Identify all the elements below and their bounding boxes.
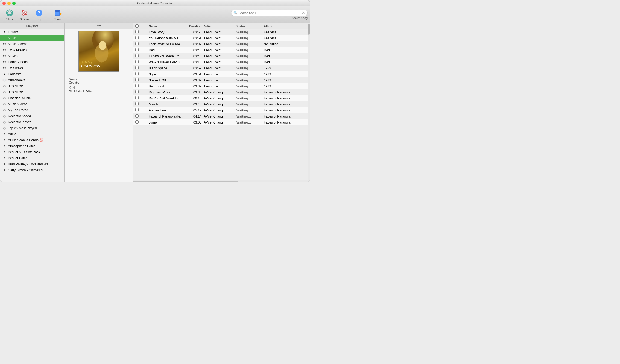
table-row[interactable]: Right as Wrong 03:33 A-Mei Chang Waiting… — [133, 89, 308, 95]
sidebar-item-6[interactable]: ⚙TV Shows — [0, 65, 64, 71]
row-checkbox-10[interactable] — [135, 90, 139, 93]
sidebar-item-label-2: Music Videos — [8, 42, 27, 46]
table-row[interactable]: Shake It Off 03:39 Taylor Swift Waiting.… — [133, 77, 308, 83]
row-check-13[interactable] — [133, 108, 141, 112]
sidebar-item-8[interactable]: 📖Audiobooks — [0, 77, 64, 83]
refresh-button[interactable]: Refresh — [2, 7, 16, 22]
horizontal-scrollbar[interactable] — [133, 180, 308, 182]
sidebar-item-18[interactable]: ≡Al Cien con la Banda 💯 — [0, 137, 64, 143]
table-row[interactable]: You Belong With Me 03:51 Taylor Swift Wa… — [133, 35, 308, 41]
minimize-button[interactable] — [7, 2, 11, 5]
row-duration-11: 06:15 — [185, 96, 204, 100]
row-checkbox-4[interactable] — [135, 54, 139, 57]
row-check-4[interactable] — [133, 54, 141, 58]
row-checkbox-1[interactable] — [135, 36, 139, 39]
row-check-3[interactable] — [133, 48, 141, 52]
row-check-1[interactable] — [133, 36, 141, 40]
row-checkbox-8[interactable] — [135, 78, 139, 81]
close-button[interactable] — [2, 2, 6, 5]
sidebar-item-19[interactable]: ≡Atmospheric Glitch — [0, 143, 64, 149]
help-icon: ? — [35, 8, 43, 17]
row-status-13: Waiting... — [236, 108, 264, 112]
sidebar-item-icon-4: ⚙ — [2, 54, 6, 58]
row-checkbox-5[interactable] — [135, 60, 139, 63]
convert-label: Convert — [54, 18, 63, 21]
genre-label: Genre — [69, 78, 128, 81]
row-check-9[interactable] — [133, 84, 141, 88]
row-checkbox-13[interactable] — [135, 108, 139, 111]
header-album: Album — [264, 25, 308, 28]
table-row[interactable]: Jump In 03:03 A-Mei Chang Waiting... Fac… — [133, 119, 308, 125]
sidebar-item-7[interactable]: 🎙Podcasts — [0, 71, 64, 77]
sidebar-item-icon-6: ⚙ — [2, 66, 6, 70]
help-button[interactable]: ? Help — [32, 7, 46, 22]
sidebar-item-22[interactable]: ≡Brad Paisley - Love and Wa — [0, 161, 64, 167]
row-check-11[interactable] — [133, 96, 141, 100]
row-duration-8: 03:39 — [185, 78, 204, 82]
sidebar-item-label-5: Home Videos — [8, 60, 28, 64]
row-check-6[interactable] — [133, 66, 141, 70]
table-row[interactable]: Faces of Paranoia (feat. Soft Lipa) 04:1… — [133, 113, 308, 119]
sidebar-item-icon-8: 📖 — [2, 78, 6, 82]
table-row[interactable]: Red 03:43 Taylor Swift Waiting... Red — [133, 47, 308, 53]
row-album-3: Red — [264, 48, 308, 52]
row-checkbox-3[interactable] — [135, 48, 139, 51]
row-checkbox-9[interactable] — [135, 84, 139, 87]
row-checkbox-12[interactable] — [135, 102, 139, 105]
sidebar-item-5[interactable]: ⚙Home Videos — [0, 59, 64, 65]
sidebar-item-14[interactable]: ⚙Recently Added — [0, 113, 64, 119]
sidebar-item-13[interactable]: ⚙My Top Rated — [0, 107, 64, 113]
table-row[interactable]: Look What You Made Me Do 03:32 Taylor Sw… — [133, 41, 308, 47]
table-row[interactable]: I Knew You Were Trouble 03:40 Taylor Swi… — [133, 53, 308, 59]
header-status: Status — [236, 25, 264, 28]
row-checkbox-14[interactable] — [135, 114, 139, 118]
sidebar-item-11[interactable]: ⚙Classical Music — [0, 95, 64, 101]
sidebar-item-4[interactable]: ⚙Movies — [0, 53, 64, 59]
select-all-checkbox[interactable] — [135, 24, 139, 28]
sidebar-item-2[interactable]: ⚙Music Videos — [0, 41, 64, 47]
table-row[interactable]: March 03:48 A-Mei Chang Waiting... Faces… — [133, 101, 308, 107]
row-check-8[interactable] — [133, 78, 141, 82]
sidebar-item-10[interactable]: ⚙90's Music — [0, 89, 64, 95]
sidebar-item-3[interactable]: ⚙TV & Movies — [0, 47, 64, 53]
row-checkbox-15[interactable] — [135, 120, 139, 124]
row-check-5[interactable] — [133, 60, 141, 64]
row-check-2[interactable] — [133, 42, 141, 46]
row-check-10[interactable] — [133, 90, 141, 94]
row-checkbox-11[interactable] — [135, 96, 139, 99]
table-row[interactable]: Do You Still Want to Love Me 06:15 A-Mei… — [133, 95, 308, 101]
table-row[interactable]: Autosadism 05:12 A-Mei Chang Waiting... … — [133, 107, 308, 113]
sidebar-item-17[interactable]: ≡Adele — [0, 131, 64, 137]
row-checkbox-2[interactable] — [135, 42, 139, 45]
search-input[interactable] — [239, 11, 302, 14]
table-row[interactable]: We Are Never Ever Getting Back Tog... 03… — [133, 59, 308, 65]
sidebar-item-21[interactable]: ≡Best of Glitch — [0, 155, 64, 161]
sidebar-item-0[interactable]: ♪Library — [0, 29, 64, 35]
maximize-button[interactable] — [12, 2, 16, 5]
row-check-7[interactable] — [133, 72, 141, 76]
sidebar-item-16[interactable]: ⚙Top 25 Most Played — [0, 125, 64, 131]
convert-button[interactable]: Convert — [51, 7, 65, 22]
row-checkbox-7[interactable] — [135, 72, 139, 75]
search-clear-button[interactable]: ✕ — [302, 11, 305, 15]
sidebar-item-15[interactable]: ⚙Recently Played — [0, 119, 64, 125]
sidebar-item-20[interactable]: ≡Best of '70s Soft Rock — [0, 149, 64, 155]
row-check-0[interactable] — [133, 30, 141, 34]
row-check-12[interactable] — [133, 102, 141, 106]
sidebar-item-1[interactable]: ♫Music — [0, 35, 64, 41]
table-row[interactable]: Style 03:51 Taylor Swift Waiting... 1989 — [133, 71, 308, 77]
row-check-14[interactable] — [133, 114, 141, 118]
sidebar-item-12[interactable]: ⚙Music Videos — [0, 101, 64, 107]
row-status-0: Waiting... — [236, 30, 264, 34]
row-checkbox-0[interactable] — [135, 30, 139, 33]
sidebar-item-9[interactable]: ⚙90's Music — [0, 83, 64, 89]
row-check-15[interactable] — [133, 120, 141, 124]
row-checkbox-6[interactable] — [135, 66, 139, 69]
vertical-scrollbar[interactable] — [308, 23, 310, 182]
row-name-11: Do You Still Want to Love Me — [148, 96, 185, 100]
table-row[interactable]: Bad Blood 03:32 Taylor Swift Waiting... … — [133, 83, 308, 89]
options-button[interactable]: Options — [17, 7, 31, 22]
sidebar-item-23[interactable]: ≡Carly Simon - Chimes of — [0, 167, 64, 173]
table-row[interactable]: Blank Space 03:52 Taylor Swift Waiting..… — [133, 65, 308, 71]
table-row[interactable]: Love Story 03:55 Taylor Swift Waiting...… — [133, 29, 308, 35]
